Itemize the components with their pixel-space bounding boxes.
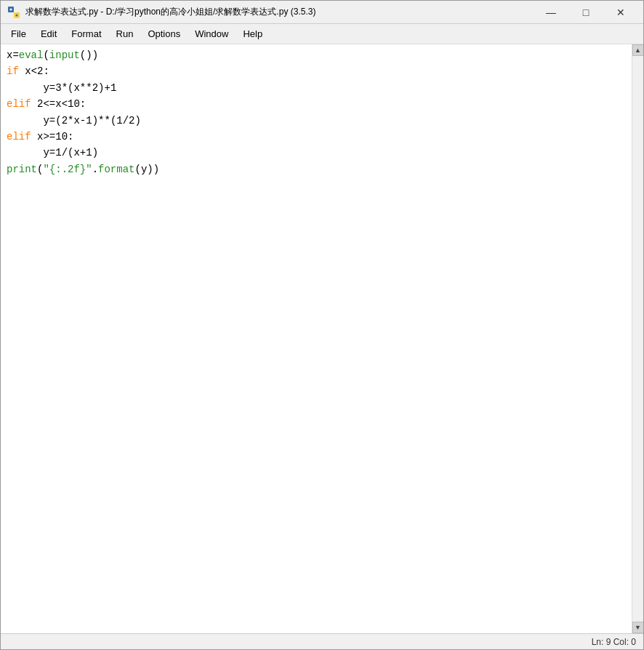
menu-format[interactable]: Format [64, 25, 108, 42]
minimize-button[interactable]: — [534, 2, 568, 23]
app-icon [7, 5, 21, 20]
title-bar: 求解数学表达式.py - D:/学习python的高冷小姐姐/求解数学表达式.p… [1, 1, 643, 24]
close-button[interactable]: ✕ [604, 2, 637, 23]
editor-container: x=eval(input()) if x<2: y=3*(x**2)+1 eli… [1, 44, 643, 633]
scrollbar-track[interactable] [632, 56, 643, 622]
menu-bar: File Edit Format Run Options Window Help [1, 24, 643, 44]
main-window: 求解数学表达式.py - D:/学习python的高冷小姐姐/求解数学表达式.p… [0, 0, 644, 650]
menu-help[interactable]: Help [236, 25, 270, 42]
scroll-up-arrow[interactable]: ▲ [632, 44, 644, 56]
scroll-down-arrow[interactable]: ▼ [632, 622, 644, 633]
cursor-position: Ln: 9 Col: 0 [592, 637, 636, 647]
vertical-scrollbar[interactable]: ▲ ▼ [632, 44, 643, 633]
window-controls: — □ ✕ [534, 2, 637, 23]
menu-window[interactable]: Window [188, 25, 236, 42]
menu-file[interactable]: File [4, 25, 33, 42]
code-content: x=eval(input()) if x<2: y=3*(x**2)+1 eli… [7, 47, 626, 177]
status-bar: Ln: 9 Col: 0 [1, 633, 643, 649]
menu-edit[interactable]: Edit [33, 25, 64, 42]
code-editor[interactable]: x=eval(input()) if x<2: y=3*(x**2)+1 eli… [1, 44, 632, 633]
maximize-button[interactable]: □ [569, 2, 603, 23]
menu-options[interactable]: Options [140, 25, 188, 42]
svg-point-2 [10, 8, 12, 10]
menu-run[interactable]: Run [109, 25, 141, 42]
window-title: 求解数学表达式.py - D:/学习python的高冷小姐姐/求解数学表达式.p… [25, 6, 534, 18]
svg-point-3 [16, 14, 18, 16]
